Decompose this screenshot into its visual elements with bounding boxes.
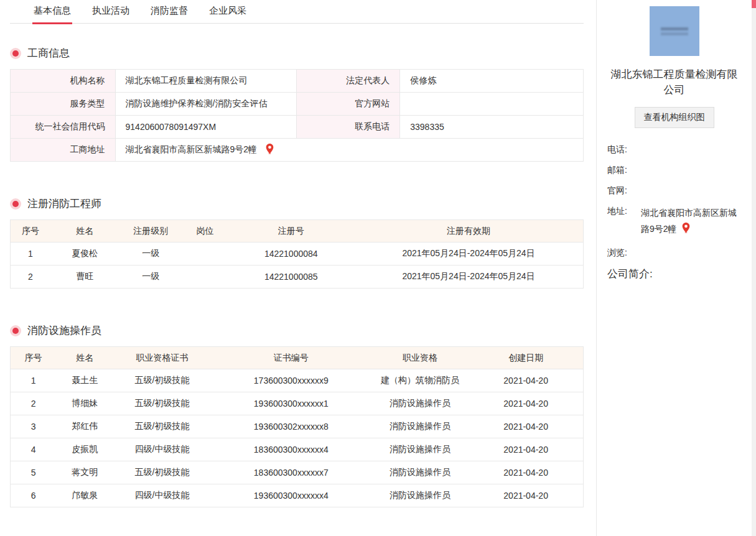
operators-table: 序号 姓名 职业资格证书 证书编号 职业资格 创建日期 1 聂土生 五级/初级技… — [10, 346, 584, 507]
cell: 193600300xxxxxx1 — [211, 392, 371, 415]
business-info-table: 机构名称 湖北东锦工程质量检测有限公司 法定代表人 侯修炼 服务类型 消防设施维… — [10, 69, 584, 162]
table-row: 4 皮振凯 四级/中级技能 183600300xxxxxx4 消防设施操作员 2… — [11, 438, 584, 461]
table-row: 1 聂土生 五级/初级技能 173600300xxxxxx9 建（构）筑物消防员… — [11, 369, 584, 392]
cell: 五级/初级技能 — [113, 392, 211, 415]
cell: 14221000085 — [228, 266, 354, 289]
tab-bar: 基本信息 执业活动 消防监督 企业风采 — [10, 0, 584, 24]
cell: 173600300xxxxxx9 — [211, 369, 371, 392]
company-logo-placeholder — [650, 6, 699, 56]
cell: 2 — [11, 266, 50, 289]
cell: 2021-04-20 — [469, 438, 583, 461]
logo-watermark — [661, 32, 688, 35]
business-info-heading: 工商信息 — [10, 46, 584, 60]
table-row: 2 博细妹 五级/初级技能 193600300xxxxxx1 消防设施操作员 2… — [11, 392, 584, 415]
cell: 5 — [11, 461, 57, 484]
tab-fire-supervision[interactable]: 消防监督 — [149, 5, 189, 24]
column-header: 证书编号 — [211, 347, 371, 369]
table-row: 机构名称 湖北东锦工程质量检测有限公司 法定代表人 侯修炼 — [11, 70, 584, 93]
cell: 1 — [11, 243, 50, 266]
cell: 一级 — [119, 243, 182, 266]
location-pin-icon[interactable] — [682, 222, 690, 238]
cell: 1 — [11, 369, 57, 392]
column-header: 姓名 — [56, 347, 113, 369]
cell: 邝敏泉 — [56, 484, 113, 507]
cell: 建（构）筑物消防员 — [371, 369, 469, 392]
company-name: 湖北东锦工程质量检测有限公司 — [607, 67, 741, 98]
cell: 四级/中级技能 — [113, 484, 211, 507]
tab-practice-activity[interactable]: 执业活动 — [91, 5, 131, 24]
column-header: 序号 — [11, 347, 57, 369]
cell: 皮振凯 — [56, 438, 113, 461]
cell: 五级/初级技能 — [113, 415, 211, 438]
cell: 183600300xxxxxx4 — [211, 438, 371, 461]
cell: 2021年05月24日-2024年05月24日 — [354, 243, 583, 266]
cell: 曹旺 — [50, 266, 119, 289]
cell: 4 — [11, 438, 57, 461]
section-title: 工商信息 — [27, 46, 70, 60]
cell: 2021年05月24日-2024年05月24日 — [354, 266, 583, 289]
cell: 消防设施操作员 — [371, 415, 469, 438]
column-header: 注册有效期 — [354, 220, 583, 243]
table-row: 统一社会信用代码 9142060078091497XM 联系电话 3398335 — [11, 116, 584, 139]
column-header: 注册号 — [228, 220, 354, 243]
operators-heading: 消防设施操作员 — [10, 323, 584, 338]
field-label: 地址: — [607, 205, 636, 238]
business-address-cell: 湖北省襄阳市高新区新城路9号2幢 — [115, 139, 583, 162]
table-row: 服务类型 消防设施维护保养检测/消防安全评估 官方网站 — [11, 93, 584, 116]
email-field: 邮箱: — [607, 164, 741, 176]
tab-basic-info[interactable]: 基本信息 — [32, 5, 72, 24]
section-bullet-icon — [12, 50, 19, 57]
cell: 2021-04-20 — [469, 369, 583, 392]
cell: 2021-04-20 — [469, 484, 583, 507]
cell: 蒋文明 — [56, 461, 113, 484]
scrollbar-thumb[interactable] — [752, 0, 756, 8]
field-label: 浏览: — [607, 246, 636, 259]
cell: 3 — [11, 415, 57, 438]
cell: 2021-04-20 — [469, 415, 583, 438]
field-label: 法定代表人 — [297, 70, 400, 93]
table-header-row: 序号 姓名 职业资格证书 证书编号 职业资格 创建日期 — [11, 347, 584, 369]
field-label: 工商地址 — [11, 139, 116, 162]
field-label: 官网: — [607, 184, 636, 196]
main-content: 基本信息 执业活动 消防监督 企业风采 工商信息 机构名称 湖北东锦工程质量检测… — [10, 0, 584, 507]
company-intro-label: 公司简介: — [607, 267, 741, 281]
field-value: 3398335 — [400, 116, 584, 139]
section-bullet-icon — [12, 328, 19, 334]
cell: 一级 — [119, 266, 182, 289]
cell: 五级/初级技能 — [113, 461, 211, 484]
field-value — [641, 246, 741, 259]
cell: 郑红伟 — [56, 415, 113, 438]
contact-fields: 电话: 邮箱: 官网: 地址: 湖北省襄阳市高新区新城路9号2幢 浏览: — [607, 143, 741, 258]
field-label: 联系电话 — [297, 116, 400, 139]
view-org-chart-button[interactable]: 查看机构组织图 — [635, 107, 714, 128]
website-field: 官网: — [607, 184, 741, 196]
table-row: 工商地址 湖北省襄阳市高新区新城路9号2幢 — [11, 139, 584, 162]
cell: 6 — [11, 484, 57, 507]
table-row: 3 郑红伟 五级/初级技能 193600302xxxxxx8 消防设施操作员 2… — [11, 415, 584, 438]
column-header: 职业资格 — [371, 347, 469, 369]
cell: 消防设施操作员 — [371, 461, 469, 484]
company-sidebar: 湖北东锦工程质量检测有限公司 查看机构组织图 电话: 邮箱: 官网: 地址: 湖… — [596, 0, 752, 536]
column-header: 注册级别 — [119, 220, 182, 243]
location-pin-icon[interactable] — [266, 144, 274, 156]
column-header: 姓名 — [50, 220, 119, 243]
cell: 193600300xxxxxx4 — [211, 484, 371, 507]
column-header: 职业资格证书 — [113, 347, 211, 369]
table-row: 5 蒋文明 五级/初级技能 183600300xxxxxx7 消防设施操作员 2… — [11, 461, 584, 484]
tab-company-showcase[interactable]: 企业风采 — [208, 5, 248, 24]
table-row: 1 夏俊松 一级 14221000084 2021年05月24日-2024年05… — [11, 243, 584, 266]
field-label: 官方网站 — [297, 93, 400, 116]
cell — [182, 243, 228, 266]
table-row: 2 曹旺 一级 14221000085 2021年05月24日-2024年05月… — [11, 266, 584, 289]
cell — [182, 266, 228, 289]
cell: 2 — [11, 392, 57, 415]
cell: 四级/中级技能 — [113, 438, 211, 461]
column-header: 序号 — [11, 220, 50, 243]
field-value — [400, 93, 584, 116]
views-field: 浏览: — [607, 246, 741, 259]
cell: 2021-04-20 — [469, 461, 583, 484]
field-label: 邮箱: — [607, 164, 636, 176]
cell: 五级/初级技能 — [113, 369, 211, 392]
field-value: 消防设施维护保养检测/消防安全评估 — [115, 93, 297, 116]
page-scrollbar[interactable] — [752, 0, 756, 536]
